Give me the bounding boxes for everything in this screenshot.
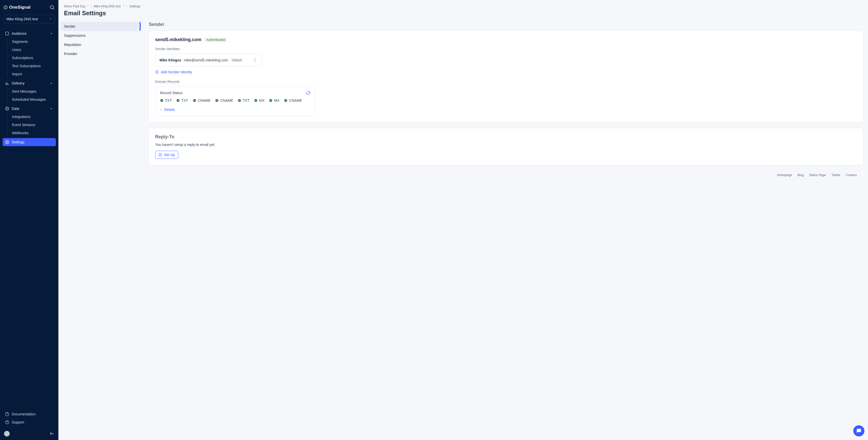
svg-point-3	[6, 107, 9, 108]
nav-group-data[interactable]: Data	[3, 105, 56, 113]
svg-point-1	[50, 6, 54, 9]
doc-icon	[5, 412, 9, 416]
chat-icon	[856, 428, 861, 433]
check-circle-icon	[269, 99, 273, 102]
plus-circle-icon	[155, 70, 159, 74]
chevron-up-icon	[49, 31, 53, 36]
sidebar-item-event-streams[interactable]: Event Streams	[7, 121, 56, 129]
brand-logo[interactable]: OneSignal	[4, 5, 30, 10]
svg-point-8	[255, 61, 255, 62]
chevron-up-icon	[49, 107, 53, 111]
sender-card: send5.mikekling.com Authenticated Sender…	[148, 31, 863, 122]
chevron-right-icon	[160, 108, 162, 111]
chat-fab[interactable]	[853, 425, 864, 436]
sidebar-item-test-subscriptions[interactable]: Test Subscriptions	[7, 62, 56, 70]
sidebar-item-import[interactable]: Import	[7, 70, 56, 78]
collapse-sidebar-icon[interactable]	[50, 431, 54, 436]
identity-name: Mike Klingss	[159, 58, 181, 62]
breadcrumb-label: Demo Paid Org	[64, 5, 85, 8]
avatar[interactable]	[4, 431, 10, 436]
svg-rect-2	[6, 32, 9, 35]
nav-label-delivery: Delivery	[12, 81, 25, 85]
details-toggle[interactable]: Details	[160, 108, 310, 112]
kebab-menu-icon[interactable]	[252, 58, 257, 63]
breadcrumb-settings[interactable]: Settings	[129, 5, 140, 8]
settings-tabs: Sender Suppressions Reputation Provider	[58, 22, 144, 440]
sidebar-item-scheduled-messages[interactable]: Scheduled Messages	[7, 95, 56, 104]
record-item: TXT	[160, 98, 172, 103]
sidebar: OneSignal Mike Kling DNS test Audience S…	[0, 0, 58, 440]
nav-group-audience[interactable]: Audience	[3, 29, 56, 38]
svg-point-6	[255, 58, 255, 59]
svg-point-4	[7, 142, 8, 143]
domain-records-label: Domain Records	[155, 80, 180, 84]
page-title: Email Settings	[64, 10, 862, 17]
app-selector[interactable]: Mike Kling DNS test	[4, 15, 55, 23]
reply-to-card: Reply-To You haven't setup a reply-to em…	[148, 128, 863, 165]
footer-blog[interactable]: Blog	[798, 173, 804, 177]
footer-links: Homepage Blog Status Page Twitter Career…	[148, 171, 863, 177]
tab-reputation[interactable]: Reputation	[60, 40, 141, 49]
breadcrumb-app[interactable]: Mike Kling DNS test	[94, 5, 124, 8]
sidebar-link-support[interactable]: Support	[4, 418, 54, 426]
default-badge: Default	[230, 58, 243, 62]
reply-to-title: Reply-To	[155, 134, 857, 140]
identity-email: mike@send5.mikekling.com	[184, 58, 228, 62]
record-item: TXT	[238, 98, 249, 103]
chevron-up-icon	[49, 81, 53, 85]
record-item: CNAME	[215, 98, 233, 103]
breadcrumb-sep: ›	[126, 5, 127, 8]
details-label: Details	[164, 108, 175, 112]
sender-identities-label: Sender Identities	[155, 47, 180, 51]
search-icon[interactable]	[49, 5, 55, 10]
refresh-icon[interactable]	[306, 91, 310, 95]
brand-name: OneSignal	[9, 5, 30, 10]
auth-badge: Authenticated	[205, 38, 227, 42]
sidebar-item-sent-messages[interactable]: Sent Messages	[7, 87, 56, 95]
app-selector-label: Mike Kling DNS test	[6, 17, 38, 21]
help-icon	[5, 420, 9, 424]
external-link-icon	[86, 5, 89, 8]
sidebar-link-label: Support	[12, 420, 24, 424]
check-circle-icon	[193, 99, 196, 102]
section-title-sender: Sender	[149, 22, 863, 27]
sidebar-item-webhooks[interactable]: Webhooks	[7, 129, 56, 137]
check-circle-icon	[238, 99, 241, 102]
breadcrumb-org[interactable]: Demo Paid Org	[64, 5, 89, 8]
check-circle-icon	[160, 99, 163, 102]
add-sender-identity-button[interactable]: Add Sender Identity	[155, 70, 857, 74]
nav-group-delivery[interactable]: Delivery	[3, 79, 56, 87]
record-item: TXT	[176, 98, 188, 103]
footer-careers[interactable]: Careers	[846, 173, 857, 177]
sidebar-item-users[interactable]: Users	[7, 46, 56, 54]
add-sender-identity-label: Add Sender Identity	[161, 70, 192, 74]
sidebar-link-documentation[interactable]: Documentation	[4, 410, 54, 418]
nav-label-data: Data	[12, 107, 19, 111]
sidebar-item-integrations[interactable]: Integrations	[7, 113, 56, 121]
record-item: MX	[254, 98, 265, 103]
tab-suppressions[interactable]: Suppressions	[60, 31, 141, 40]
chart-icon	[5, 81, 9, 85]
gear-icon	[5, 140, 9, 144]
audience-icon	[5, 31, 9, 36]
check-circle-icon	[215, 99, 219, 102]
tab-sender[interactable]: Sender	[60, 22, 141, 31]
check-circle-icon	[284, 99, 287, 102]
footer-twitter[interactable]: Twitter	[831, 173, 840, 177]
sidebar-link-label: Documentation	[12, 412, 36, 416]
check-circle-icon	[176, 99, 180, 102]
breadcrumb-sep: ›	[91, 5, 92, 8]
domain-records-card: Record Status TXT TXT CNAME CNAME TXT MX…	[155, 87, 315, 116]
record-status-label: Record Status	[160, 91, 183, 95]
tab-provider[interactable]: Provider	[60, 49, 141, 58]
footer-status-page[interactable]: Status Page	[809, 173, 826, 177]
check-circle-icon	[254, 99, 257, 102]
set-up-button[interactable]: Set Up	[155, 151, 178, 159]
sidebar-item-segments[interactable]: Segments	[7, 38, 56, 46]
sidebar-item-subscriptions[interactable]: Subscriptions	[7, 54, 56, 62]
svg-point-7	[255, 60, 255, 61]
sender-domain: send5.mikekling.com	[155, 37, 202, 42]
footer-homepage[interactable]: Homepage	[777, 173, 792, 177]
database-icon	[5, 107, 9, 111]
sidebar-item-settings[interactable]: Settings	[3, 138, 56, 146]
